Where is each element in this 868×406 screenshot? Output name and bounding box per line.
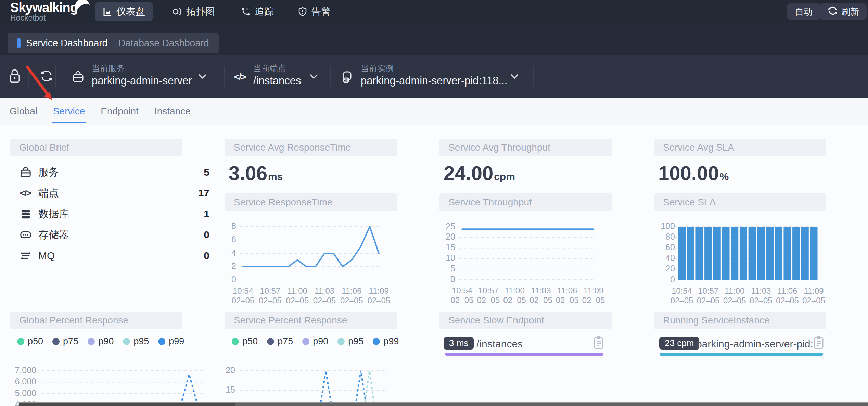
legend-item-p75[interactable]: p75 [267,336,293,347]
legend-label: p99 [169,336,184,347]
nav-trace[interactable]: 追踪 [233,2,281,21]
card-header-slow-endpoint: Service Slow Endpoint [439,312,612,329]
service-selector[interactable]: 当前服务 parking-admin-server [68,55,221,98]
logo-swoosh-icon [74,0,90,15]
auto-refresh-button[interactable]: 自动 [787,3,820,20]
legend-label: p50 [242,336,258,347]
brief-label: MQ [38,250,55,262]
tab-global[interactable]: Global [8,100,39,123]
legend-item-p99[interactable]: p99 [158,336,184,347]
dashboard-tabs-row: Service Dashboard Database Dashboard [0,23,868,55]
global-percent-legend: p50 p75 p90 p95 p99 [17,336,193,347]
dashboard-tab-label: Database Dashboard [118,38,209,49]
brief-label: 存储器 [38,228,69,242]
tab-service[interactable]: Service [52,100,86,123]
divider [533,66,534,87]
legend-item-p75[interactable]: p75 [52,336,78,347]
brief-row-mq: MQ 0 [20,249,209,263]
trace-icon [241,7,251,16]
selector-value: parking-admin-server [92,75,192,87]
metric-unit: ms [268,171,283,182]
legend-label: p95 [133,336,149,347]
scope-tabs: Global Service Endpoint Instance [0,98,868,125]
tab-endpoint[interactable]: Endpoint [99,100,140,123]
selector-label: 当前服务 [92,63,125,74]
tab-instance[interactable]: Instance [153,100,192,123]
nav-topology[interactable]: 拓扑图 [165,2,222,21]
chevron-down-icon [510,73,519,81]
nav-label: 仪表盘 [116,5,145,18]
legend-item-p95[interactable]: p95 [123,336,149,347]
brief-row-cache: 存储器 0 [20,228,209,242]
brief-row-database: 数据库 1 [20,207,209,221]
copy-icon[interactable] [593,335,604,351]
brief-row-endpoint: </> 端点 17 [20,186,209,200]
legend-dot [337,338,345,345]
card-header-avg-throughput: Service Avg Throughput [439,139,612,156]
refresh-button[interactable]: 刷新 [820,3,867,20]
dashboard-icon [103,7,112,16]
nav-label: 追踪 [255,5,274,18]
selector-bar: 当前服务 parking-admin-server </> 当前端点 /inst… [0,55,868,98]
lock-icon[interactable] [9,68,21,85]
legend-label: p90 [98,336,114,347]
instance-selector[interactable]: 当前实例 parking-admin-server-pid:118... [338,55,533,98]
topology-icon [173,7,182,16]
card-header-sla-chart: Service SLA [654,193,826,211]
legend-label: p75 [278,336,293,347]
legend-item-p90[interactable]: p90 [302,336,328,347]
divider [224,66,225,87]
nav-label: 告警 [311,5,331,18]
instance-cpm-badge: 23 cpm [659,337,699,350]
brief-value: 17 [198,187,209,199]
legend-dot [302,338,309,345]
nav-label: 拓扑图 [186,5,215,18]
tab-service-dashboard[interactable]: Service Dashboard [8,33,117,53]
legend-label: p75 [63,336,78,347]
app-logo: Skywalking Rocketbot [10,1,78,22]
legend-item-p50[interactable]: p50 [17,336,43,347]
legend-dot [267,338,274,345]
card-header-throughput-chart: Service Throughput [439,193,612,211]
legend-dot [88,338,95,345]
divider [330,66,331,87]
legend-item-p50[interactable]: p50 [232,336,258,347]
refresh-button-label: 刷新 [841,6,859,18]
brief-label: 服务 [38,165,59,179]
service-percent-legend: p50 p75 p90 p95 p99 [232,336,408,347]
refresh-icon [828,5,838,18]
legend-dot [232,338,239,345]
scrollbar-thumb[interactable] [19,403,235,406]
selector-label: 当前实例 [361,63,394,74]
card-header-global-percent: Global Percent Response [10,312,182,329]
service-icon [72,71,84,84]
endpoint-selector[interactable]: </> 当前端点 /instances [231,55,330,98]
slow-endpoint-bar [445,353,603,356]
tab-database-dashboard[interactable]: Database Dashboard [109,33,219,53]
brief-value: 1 [204,208,209,220]
horizontal-scrollbar[interactable] [19,402,868,406]
logo-title: Skywalking [10,1,78,14]
legend-item-p99[interactable]: p99 [373,336,399,347]
nav-alarm[interactable]: 告警 [290,2,338,21]
card-header-avg-responsetime: Service Avg ResponseTime [225,139,397,156]
sync-icon[interactable] [40,68,53,85]
alarm-icon [298,7,307,16]
brief-value: 5 [204,166,209,178]
legend-item-p95[interactable]: p95 [337,336,363,347]
nav-dashboard[interactable]: 仪表盘 [95,2,153,21]
chevron-down-icon [309,73,318,81]
legend-item-p90[interactable]: p90 [88,336,114,347]
avg-responsetime-value: 3.06 ms [229,162,283,185]
avg-sla-value: 100.00 % [658,162,729,185]
legend-label: p50 [28,336,43,347]
brief-label: 端点 [38,186,59,200]
skywalking-dashboard: Skywalking Rocketbot 仪表盘 拓扑图 追踪 [0,0,868,406]
selector-value: parking-admin-server-pid:118... [361,75,507,87]
legend-label: p90 [313,336,328,347]
slow-endpoint-name: /instances [476,338,523,350]
endpoint-icon: </> [234,72,245,83]
copy-icon[interactable] [813,335,824,351]
metric-unit: cpm [494,171,515,182]
selector-value: /instances [253,75,301,87]
